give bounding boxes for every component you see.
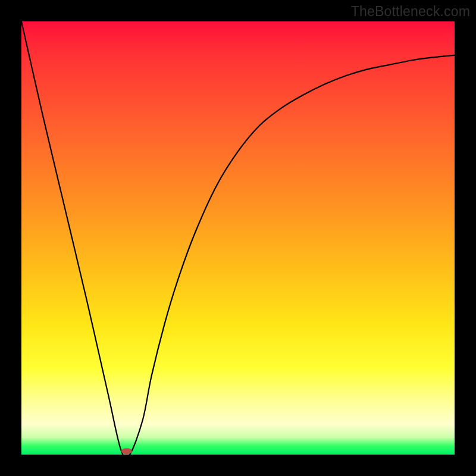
minimum-marker (121, 448, 132, 454)
bottleneck-curve (21, 21, 455, 455)
curve-line (21, 21, 455, 458)
chart-frame: TheBottleneck.com (0, 0, 476, 476)
plot-area (21, 21, 455, 455)
watermark-text: TheBottleneck.com (351, 4, 470, 20)
